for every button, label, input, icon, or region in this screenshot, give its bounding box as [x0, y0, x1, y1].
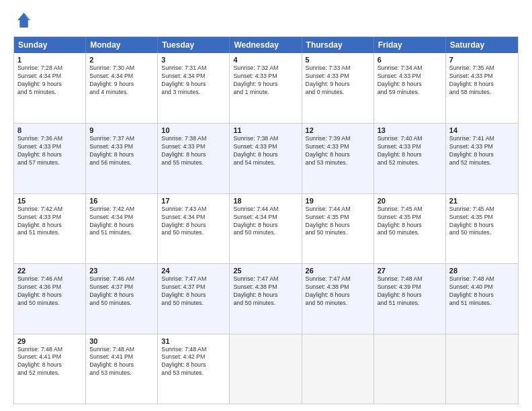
cal-cell-week1-day2: 2Sunrise: 7:30 AMSunset: 4:34 PMDaylight… [86, 53, 158, 123]
cal-cell-week5-day4 [230, 334, 302, 404]
calendar: Sunday Monday Tuesday Wednesday Thursday… [13, 36, 519, 404]
cal-cell-week2-day5: 12Sunrise: 7:39 AMSunset: 4:33 PMDayligh… [302, 124, 374, 193]
day-number: 17 [161, 197, 226, 205]
cell-info: Sunrise: 7:48 AMSunset: 4:40 PMDaylight:… [449, 275, 515, 308]
cal-cell-week1-day1: 1Sunrise: 7:28 AMSunset: 4:34 PMDaylight… [14, 53, 86, 123]
cal-cell-week5-day1: 29Sunrise: 7:48 AMSunset: 4:41 PMDayligh… [14, 334, 86, 404]
day-number: 26 [306, 267, 370, 275]
cell-info: Sunrise: 7:38 AMSunset: 4:33 PMDaylight:… [233, 135, 298, 167]
cell-info: Sunrise: 7:45 AMSunset: 4:35 PMDaylight:… [449, 205, 515, 238]
cal-cell-week3-day1: 15Sunrise: 7:42 AMSunset: 4:33 PMDayligh… [14, 194, 86, 263]
day-number: 23 [89, 267, 154, 275]
calendar-week-4: 22Sunrise: 7:46 AMSunset: 4:36 PMDayligh… [14, 263, 518, 333]
header-thursday: Thursday [302, 37, 374, 53]
day-number: 12 [306, 126, 370, 134]
day-number: 15 [17, 197, 82, 205]
cell-info: Sunrise: 7:36 AMSunset: 4:33 PMDaylight:… [17, 135, 82, 167]
cal-cell-week5-day5 [302, 334, 374, 404]
cell-info: Sunrise: 7:39 AMSunset: 4:33 PMDaylight:… [306, 135, 370, 167]
cal-cell-week1-day7: 7Sunrise: 7:35 AMSunset: 4:33 PMDaylight… [446, 53, 518, 123]
day-number: 21 [449, 197, 515, 205]
cell-info: Sunrise: 7:37 AMSunset: 4:33 PMDaylight:… [89, 135, 154, 167]
cell-info: Sunrise: 7:44 AMSunset: 4:35 PMDaylight:… [306, 205, 370, 238]
day-number: 6 [378, 56, 442, 64]
day-number: 5 [306, 56, 370, 64]
day-number: 10 [161, 126, 226, 134]
cell-info: Sunrise: 7:35 AMSunset: 4:33 PMDaylight:… [449, 64, 515, 97]
cal-cell-week4-day6: 27Sunrise: 7:48 AMSunset: 4:39 PMDayligh… [374, 264, 446, 333]
day-number: 19 [306, 197, 370, 205]
cal-cell-week5-day7 [446, 334, 518, 404]
cell-info: Sunrise: 7:47 AMSunset: 4:38 PMDaylight:… [233, 275, 298, 308]
logo-icon [13, 11, 32, 30]
calendar-week-3: 15Sunrise: 7:42 AMSunset: 4:33 PMDayligh… [14, 193, 518, 263]
cal-cell-week3-day7: 21Sunrise: 7:45 AMSunset: 4:35 PMDayligh… [446, 194, 518, 263]
cal-cell-week2-day1: 8Sunrise: 7:36 AMSunset: 4:33 PMDaylight… [14, 124, 86, 193]
cal-cell-week5-day6 [374, 334, 446, 404]
day-number: 2 [89, 56, 154, 64]
day-number: 30 [89, 337, 154, 345]
cell-info: Sunrise: 7:47 AMSunset: 4:37 PMDaylight:… [161, 275, 226, 308]
cell-info: Sunrise: 7:47 AMSunset: 4:38 PMDaylight:… [306, 275, 370, 308]
day-number: 18 [233, 197, 298, 205]
header-wednesday: Wednesday [230, 37, 302, 53]
day-number: 3 [161, 56, 226, 64]
calendar-body: 1Sunrise: 7:28 AMSunset: 4:34 PMDaylight… [14, 53, 518, 404]
cell-info: Sunrise: 7:31 AMSunset: 4:34 PMDaylight:… [161, 64, 226, 97]
header-saturday: Saturday [446, 37, 518, 53]
cell-info: Sunrise: 7:41 AMSunset: 4:33 PMDaylight:… [449, 135, 515, 167]
cell-info: Sunrise: 7:32 AMSunset: 4:33 PMDaylight:… [233, 64, 298, 97]
day-number: 28 [449, 267, 515, 275]
cal-cell-week4-day2: 23Sunrise: 7:46 AMSunset: 4:37 PMDayligh… [86, 264, 158, 333]
cal-cell-week3-day2: 16Sunrise: 7:42 AMSunset: 4:34 PMDayligh… [86, 194, 158, 263]
day-number: 31 [161, 337, 226, 345]
header-sunday: Sunday [14, 37, 86, 53]
cal-cell-week2-day4: 11Sunrise: 7:38 AMSunset: 4:33 PMDayligh… [230, 124, 302, 193]
cell-info: Sunrise: 7:48 AMSunset: 4:39 PMDaylight:… [378, 275, 442, 308]
cell-info: Sunrise: 7:38 AMSunset: 4:33 PMDaylight:… [161, 135, 226, 167]
cell-info: Sunrise: 7:28 AMSunset: 4:34 PMDaylight:… [17, 64, 82, 97]
day-number: 9 [89, 126, 154, 134]
day-number: 22 [17, 267, 82, 275]
header-tuesday: Tuesday [158, 37, 230, 53]
logo [13, 11, 35, 30]
cell-info: Sunrise: 7:48 AMSunset: 4:41 PMDaylight:… [17, 346, 82, 378]
day-number: 29 [17, 337, 82, 345]
cell-info: Sunrise: 7:43 AMSunset: 4:34 PMDaylight:… [161, 205, 226, 238]
cal-cell-week4-day3: 24Sunrise: 7:47 AMSunset: 4:37 PMDayligh… [158, 264, 230, 333]
day-number: 7 [449, 56, 515, 64]
day-number: 16 [89, 197, 154, 205]
cell-info: Sunrise: 7:45 AMSunset: 4:35 PMDaylight:… [378, 205, 442, 238]
cal-cell-week3-day4: 18Sunrise: 7:44 AMSunset: 4:34 PMDayligh… [230, 194, 302, 263]
cal-cell-week5-day3: 31Sunrise: 7:48 AMSunset: 4:42 PMDayligh… [158, 334, 230, 404]
cell-info: Sunrise: 7:42 AMSunset: 4:34 PMDaylight:… [89, 205, 154, 238]
day-number: 20 [378, 197, 442, 205]
day-number: 11 [233, 126, 298, 134]
day-number: 1 [17, 56, 82, 64]
cal-cell-week4-day7: 28Sunrise: 7:48 AMSunset: 4:40 PMDayligh… [446, 264, 518, 333]
cal-cell-week1-day3: 3Sunrise: 7:31 AMSunset: 4:34 PMDaylight… [158, 53, 230, 123]
cell-info: Sunrise: 7:40 AMSunset: 4:33 PMDaylight:… [378, 135, 442, 167]
day-number: 8 [17, 126, 82, 134]
calendar-header: Sunday Monday Tuesday Wednesday Thursday… [14, 37, 518, 53]
cal-cell-week3-day5: 19Sunrise: 7:44 AMSunset: 4:35 PMDayligh… [302, 194, 374, 263]
cell-info: Sunrise: 7:33 AMSunset: 4:33 PMDaylight:… [306, 64, 370, 97]
day-number: 4 [233, 56, 298, 64]
calendar-week-2: 8Sunrise: 7:36 AMSunset: 4:33 PMDaylight… [14, 123, 518, 193]
cell-info: Sunrise: 7:46 AMSunset: 4:36 PMDaylight:… [17, 275, 82, 308]
calendar-week-5: 29Sunrise: 7:48 AMSunset: 4:41 PMDayligh… [14, 334, 518, 404]
cal-cell-week4-day5: 26Sunrise: 7:47 AMSunset: 4:38 PMDayligh… [302, 264, 374, 333]
cal-cell-week2-day3: 10Sunrise: 7:38 AMSunset: 4:33 PMDayligh… [158, 124, 230, 193]
day-number: 24 [161, 267, 226, 275]
cal-cell-week1-day5: 5Sunrise: 7:33 AMSunset: 4:33 PMDaylight… [302, 53, 374, 123]
day-number: 14 [449, 126, 515, 134]
cal-cell-week3-day6: 20Sunrise: 7:45 AMSunset: 4:35 PMDayligh… [374, 194, 446, 263]
page: Sunday Monday Tuesday Wednesday Thursday… [0, 0, 532, 411]
cell-info: Sunrise: 7:44 AMSunset: 4:34 PMDaylight:… [233, 205, 298, 238]
cell-info: Sunrise: 7:30 AMSunset: 4:34 PMDaylight:… [89, 64, 154, 97]
header-monday: Monday [86, 37, 158, 53]
day-number: 25 [233, 267, 298, 275]
day-number: 13 [378, 126, 442, 134]
cal-cell-week5-day2: 30Sunrise: 7:48 AMSunset: 4:41 PMDayligh… [86, 334, 158, 404]
cell-info: Sunrise: 7:34 AMSunset: 4:33 PMDaylight:… [378, 64, 442, 97]
